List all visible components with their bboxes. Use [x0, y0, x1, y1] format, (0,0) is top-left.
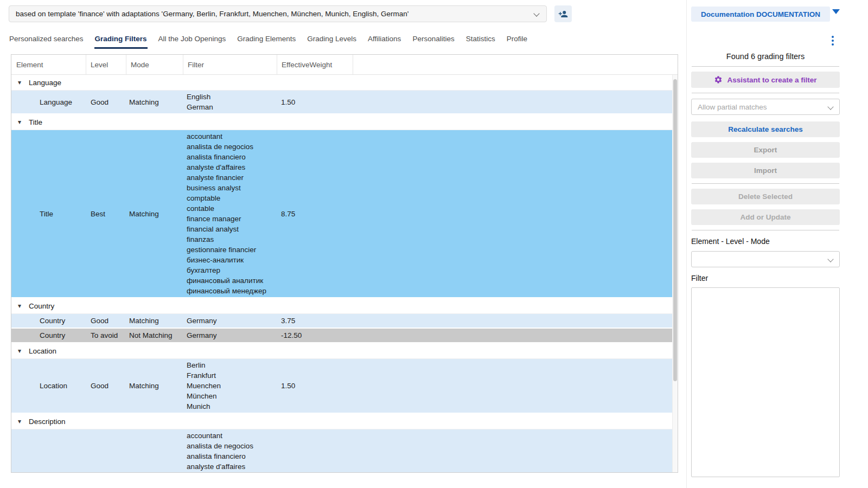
filter-cell: accountantanalista de negociosanalista f…	[183, 130, 277, 297]
filter-label: Filter	[691, 274, 840, 282]
group-row-country[interactable]: ▾Country	[11, 298, 678, 314]
element-cell	[11, 450, 86, 452]
group-row-location[interactable]: ▾Location	[11, 343, 678, 359]
collapse-arrow-icon[interactable]: ▾	[16, 302, 23, 310]
filter-row-location[interactable]: LocationGoodMatchingBerlinFrankfurtMuenc…	[11, 359, 678, 414]
template-select[interactable]: based on template 'finance' with adaptat…	[9, 5, 547, 22]
group-row-title[interactable]: ▾Title	[11, 114, 678, 130]
documentation-link[interactable]: Documentation DOCUMENTATION	[691, 7, 830, 22]
filter-term: finance manager	[187, 214, 275, 224]
filter-term: München	[187, 391, 275, 401]
filter-textarea[interactable]	[691, 287, 840, 477]
gear-icon	[714, 75, 723, 84]
filter-term: financial analyst	[187, 224, 275, 234]
tab-profile[interactable]: Profile	[506, 35, 528, 49]
row-filler	[353, 385, 678, 387]
tab-personalities[interactable]: Personalities	[412, 35, 455, 49]
documentation-dropdown-icon[interactable]	[832, 9, 840, 14]
mode-cell: Matching	[126, 314, 183, 327]
tab-grading-elements[interactable]: Grading Elements	[237, 35, 296, 49]
divider	[692, 183, 839, 184]
column-header-mode: Mode	[126, 55, 183, 74]
group-row-language[interactable]: ▾Language	[11, 75, 678, 91]
collapse-arrow-icon[interactable]: ▾	[16, 79, 23, 86]
filter-row-description[interactable]: accountantanalista de negociosanalista f…	[11, 429, 678, 473]
level-cell	[86, 450, 126, 452]
found-count-text: Found 6 grading filters	[691, 52, 840, 61]
filter-row-title[interactable]: TitleBestMatchingaccountantanalista de n…	[11, 130, 678, 298]
filter-term: финансовый менеджер	[187, 286, 275, 296]
partial-matches-select[interactable]: Allow partial matches	[691, 99, 840, 115]
table-scrollbar[interactable]	[672, 75, 678, 472]
filter-row-language[interactable]: LanguageGoodMatchingEnglishGerman1.50	[11, 91, 678, 114]
mode-cell: Matching	[126, 380, 183, 392]
element-cell: Country	[11, 314, 86, 327]
filter-term: Frankfurt	[187, 370, 275, 381]
row-filler	[353, 213, 678, 215]
level-cell: Good	[86, 380, 126, 392]
assistant-button[interactable]: Assistant to create a filter	[691, 72, 840, 88]
weight-cell: -12.50	[277, 329, 353, 342]
filter-row-country[interactable]: CountryGoodMatchingGermany3.75	[11, 314, 678, 329]
weight-cell: 3.75	[277, 314, 353, 327]
weight-cell: 1.50	[277, 96, 353, 108]
filter-term: Germany	[187, 330, 275, 341]
documentation-label: Documentation DOCUMENTATION	[701, 10, 820, 18]
add-user-button[interactable]	[554, 5, 572, 22]
filter-term: accountant	[187, 131, 275, 142]
chevron-down-icon	[533, 10, 539, 16]
group-name: Language	[29, 79, 61, 87]
collapse-arrow-icon[interactable]: ▾	[16, 118, 23, 126]
tab-affiliations[interactable]: Affiliations	[367, 35, 401, 49]
actions-sidebar: Found 6 grading filters Assistant to cre…	[691, 50, 840, 479]
element-cell: Location	[11, 380, 86, 392]
export-button[interactable]: Export	[691, 142, 840, 158]
import-button[interactable]: Import	[691, 163, 840, 178]
filter-term: Munich	[187, 401, 275, 412]
tab-grading-levels[interactable]: Grading Levels	[307, 35, 357, 49]
tab-statistics[interactable]: Statistics	[465, 35, 496, 49]
add-or-update-button[interactable]: Add or Update	[691, 209, 840, 225]
element-level-mode-select[interactable]	[691, 251, 840, 267]
filter-term: analista de negocios	[187, 441, 275, 451]
filter-term: analista financiero	[187, 451, 275, 461]
filter-term: финансовый аналитик	[187, 275, 275, 286]
group-row-description[interactable]: ▾Description	[11, 414, 678, 429]
partial-matches-placeholder: Allow partial matches	[698, 103, 767, 111]
tab-personalized-searches[interactable]: Personalized searches	[9, 35, 84, 49]
filter-term: comptable	[187, 193, 275, 203]
mode-cell	[126, 450, 183, 452]
collapse-arrow-icon[interactable]: ▾	[16, 347, 23, 355]
chevron-down-icon	[827, 256, 833, 262]
level-cell: Good	[86, 96, 126, 108]
row-filler	[353, 450, 678, 452]
tab-bar: Personalized searchesGrading FiltersAll …	[9, 31, 538, 49]
group-name: Description	[29, 418, 66, 426]
filter-row-country[interactable]: CountryTo avoidNot MatchingGermany-12.50	[11, 329, 678, 343]
group-name: Location	[29, 347, 56, 355]
recalculate-searches-button[interactable]: Recalculate searches	[691, 121, 840, 137]
filter-term: German	[187, 102, 275, 112]
divider	[692, 230, 839, 230]
column-header-filter: Filter	[183, 55, 277, 74]
row-filler	[353, 101, 678, 103]
filter-cell: BerlinFrankfurtMuenchenMünchenMunich	[183, 359, 277, 413]
level-cell: To avoid	[86, 329, 126, 342]
delete-selected-button[interactable]: Delete Selected	[691, 189, 840, 204]
filter-term: analista de negocios	[187, 142, 275, 152]
filter-term: finanzas	[187, 234, 275, 245]
divider	[692, 66, 839, 67]
filter-term: analyste d'affaires	[187, 162, 275, 172]
filter-term: analista financiero	[187, 152, 275, 162]
filter-term: Muenchen	[187, 381, 275, 391]
tab-all-the-job-openings[interactable]: All the Job Openings	[158, 35, 227, 49]
level-cell: Good	[86, 314, 126, 327]
scrollbar-thumb[interactable]	[673, 79, 677, 381]
weight-cell: 8.75	[277, 208, 353, 220]
tab-grading-filters[interactable]: Grading Filters	[94, 35, 148, 49]
table-body: ▾LanguageLanguageGoodMatchingEnglishGerm…	[11, 75, 678, 473]
filter-term: бизнес-аналитик	[187, 255, 275, 265]
collapse-arrow-icon[interactable]: ▾	[16, 418, 23, 425]
row-filler	[353, 320, 678, 322]
more-options-icon[interactable]	[831, 35, 835, 47]
